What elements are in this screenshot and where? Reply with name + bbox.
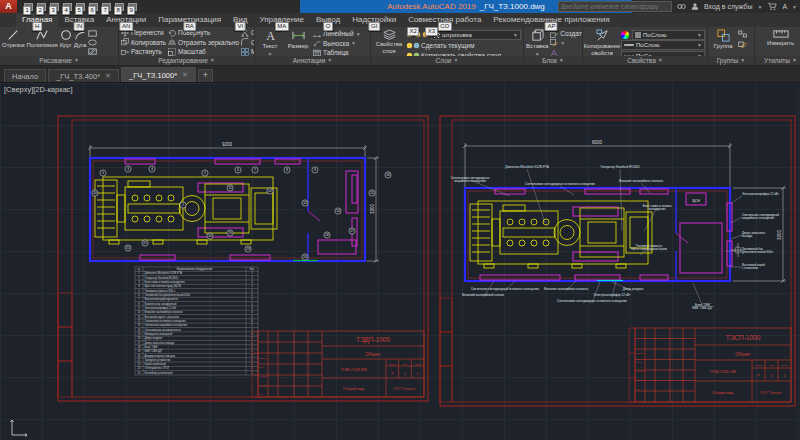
make-current-button[interactable]: Сделать текущим (407, 41, 521, 51)
model-space-canvas[interactable]: [Сверху][2D-каркас] (0, 83, 800, 440)
svg-text:21: 21 (143, 241, 147, 245)
tab-collaborate[interactable]: Совместная работаCO (402, 13, 487, 27)
rotate-icon (168, 29, 176, 37)
close-tab-icon[interactable]: ✕ (182, 71, 188, 79)
signin-caret-icon[interactable]: ▼ (757, 4, 762, 10)
quick-access-button[interactable]: 5 (75, 1, 85, 12)
panel-draw-title[interactable]: Рисование▼ (0, 56, 118, 65)
quick-access-button[interactable]: 4 (62, 1, 72, 12)
stretch-button[interactable]: Растянуть (121, 47, 166, 56)
leader-button[interactable]: Выноска▼ (313, 39, 361, 49)
file-tab-gch-t3-400[interactable]: _ГЧ_ТЗ.400*✕ (48, 69, 119, 82)
line-icon (7, 29, 19, 41)
array-button[interactable]: Массив▼ (241, 47, 254, 56)
tab-manage[interactable]: УправлениеMA (254, 13, 310, 27)
equipment-label: Светильник светодиодныйаварийного освеще… (742, 213, 779, 220)
match-properties-button[interactable]: Копирование свойств (585, 28, 619, 56)
group-button[interactable]: Группа (710, 28, 736, 50)
tab-insert[interactable]: ВставкаIN (58, 13, 100, 27)
hatch-tool-icon[interactable] (88, 48, 97, 55)
svg-text:1: 1 (251, 293, 253, 297)
linear-dim-button[interactable]: Линейный▼ (313, 29, 361, 39)
infocenter: Вход в службы ▼ А ▼ (558, 0, 797, 13)
tab-parametric[interactable]: ПараметризацияRA (152, 13, 227, 27)
side-stamp-box (440, 366, 452, 402)
equipment-label: Топливный бакдополнительный 600л (742, 247, 773, 254)
line-tool-button[interactable]: Отрезок (2, 28, 25, 49)
help-search-input[interactable] (558, 1, 672, 12)
arc-tool-button[interactable]: Дуга (74, 28, 87, 49)
tab-output[interactable]: ВыводO (310, 13, 346, 27)
quick-access-button[interactable]: 3 (49, 1, 59, 12)
measure-button[interactable]: Измерить (761, 28, 800, 47)
signin-button[interactable]: Вход в службы (704, 3, 752, 10)
group-edit-icon[interactable] (738, 41, 747, 49)
panel-layers-title[interactable]: Слои▼ (371, 56, 523, 65)
dimension-top (463, 143, 732, 187)
svg-text:Внешние жалюзийные клапаны: Внешние жалюзийные клапаны (145, 310, 183, 314)
insert-block-button[interactable]: Вставка▼ (526, 28, 548, 56)
dimension-tool-button[interactable]: Размер (285, 28, 311, 50)
panel-groups-title[interactable]: Группы▼ (708, 56, 754, 65)
file-tab-start[interactable]: Начало (4, 69, 46, 82)
quick-access-button[interactable]: 6 (88, 1, 98, 12)
tb-object: Объект (735, 352, 750, 357)
svg-text:1: 1 (251, 315, 253, 319)
quick-access-button[interactable]: 7 (101, 1, 111, 12)
search-binoculars-icon[interactable] (677, 2, 686, 11)
object-color-dropdown[interactable]: ПоСлою ▼ (632, 30, 705, 40)
tab-featured-apps[interactable]: Рекомендованные приложенияAP (487, 13, 615, 27)
mirror-button[interactable]: Отразить зеркально (168, 38, 239, 48)
quick-access-button[interactable]: 8 (114, 1, 124, 12)
panel-annotation-title[interactable]: Аннотации▼ (255, 56, 370, 65)
container-plan (90, 158, 365, 261)
genset-plan (470, 201, 652, 268)
quick-access-button[interactable]: 9 (127, 1, 137, 12)
keytip-x3: Х3 (425, 27, 437, 36)
tab-annotate[interactable]: АннотацииAN (100, 13, 152, 27)
file-tab-gch-t3-1000[interactable]: _ГЧ_ТЗ.1000*✕ (121, 67, 196, 82)
autodesk-account-button[interactable]: А (782, 3, 787, 10)
svg-text:10: 10 (93, 191, 97, 195)
block-attrib-button[interactable] (550, 48, 582, 56)
tab-home[interactable]: ГлавнаяH (16, 13, 58, 27)
lineweight-dropdown[interactable]: ПоСлою ▼ (621, 40, 705, 50)
layer-dropdown[interactable]: штриховка ▼ (431, 30, 521, 40)
svg-text:Блок "СББ": Блок "СББ" (145, 345, 159, 349)
text-tool-button[interactable]: A Текст▼ (257, 28, 283, 56)
ellipse-tool-icon[interactable] (88, 39, 97, 46)
polyline-tool-button[interactable]: Полилиния (27, 28, 58, 49)
panel-properties-title[interactable]: Свойства▼ (583, 56, 707, 65)
svg-text:Компенсатор сильфонный: Компенсатор сильфонный (145, 302, 177, 306)
panel-expand-icon: ▼ (559, 56, 564, 65)
layer-properties-button[interactable]: Свойства слоя (373, 28, 405, 54)
panel-block-title[interactable]: Блок▼ (524, 56, 582, 65)
fillet-button[interactable]: Сопряжение▼ (241, 38, 254, 48)
panel-utilities-title[interactable]: Утилиты▼ (755, 56, 800, 65)
equipment-label: Внешний жалюзийный клапан (462, 293, 504, 297)
tab-view[interactable]: ВидVI (227, 13, 253, 27)
svg-text:16: 16 (138, 336, 141, 340)
block-edit-caret-icon[interactable]: ▼ (560, 40, 565, 46)
table-button[interactable]: Таблица (313, 48, 361, 56)
autocad-window: A 123456789 Autodesk AutoCAD 2019 _ГЧ_ТЗ… (0, 0, 800, 440)
tab-addins[interactable]: НадстройкиGI (346, 13, 402, 27)
panel-modify-title[interactable]: Редактирование▼ (119, 56, 254, 65)
application-menu-button[interactable]: A (0, 0, 17, 13)
leader-caret-icon[interactable]: ▼ (351, 40, 356, 46)
close-tab-icon[interactable]: ✕ (105, 72, 111, 80)
scale-button[interactable]: Масштаб (168, 47, 239, 56)
app-store-cart-icon[interactable] (767, 2, 777, 11)
rotate-button[interactable]: Повернуть (168, 28, 239, 38)
ungroup-icon[interactable] (738, 30, 747, 38)
circle-tool-button[interactable]: Круг (60, 28, 72, 49)
linear-caret-icon[interactable]: ▼ (356, 31, 361, 37)
block-edit-button[interactable]: ▼ (550, 39, 582, 49)
rectangle-tool-icon[interactable] (88, 30, 97, 37)
quick-access-button[interactable]: 1 (23, 1, 33, 12)
account-caret-icon[interactable]: ▼ (792, 4, 797, 10)
quick-access-button[interactable]: 2 (36, 1, 46, 12)
viewport-controls[interactable]: [Сверху][2D-каркас] (4, 85, 73, 94)
new-drawing-tab-button[interactable]: + (198, 69, 213, 82)
copy-button[interactable]: Копировать (121, 38, 166, 48)
